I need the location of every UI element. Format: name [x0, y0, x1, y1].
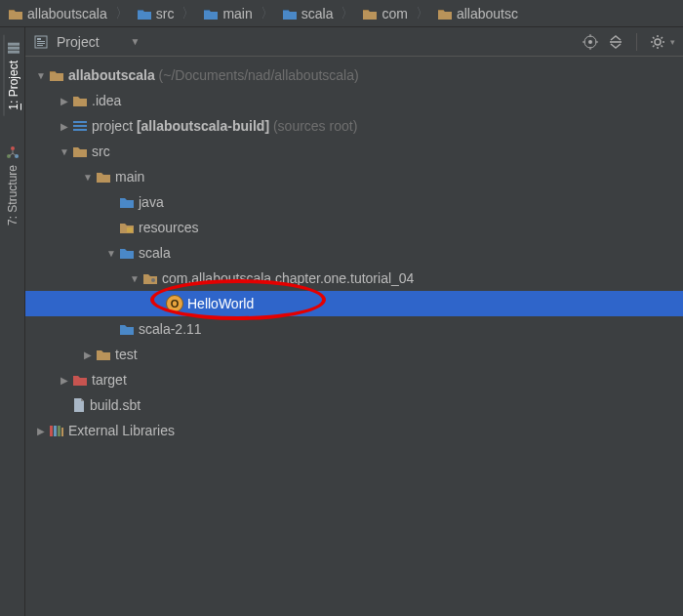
collapse-arrow-icon[interactable]: ▼ [127, 273, 142, 284]
tree-item-scala211[interactable]: ▶ scala-2.11 [25, 316, 683, 342]
tree-item-idea[interactable]: ▶ .idea [25, 88, 683, 113]
svg-rect-8 [37, 41, 45, 42]
tree-item-helloworld[interactable]: ▶ O HelloWorld [25, 291, 683, 316]
gutter-label: 7: Structure [6, 165, 20, 226]
breadcrumb-item[interactable]: src [133, 4, 179, 23]
folder-icon [362, 7, 378, 21]
chevron-down-icon[interactable]: ▼ [131, 36, 141, 47]
svg-rect-20 [50, 426, 53, 436]
collapse-arrow-icon[interactable]: ▼ [57, 146, 72, 157]
chevron-down-icon[interactable]: ▾ [670, 37, 675, 47]
svg-rect-9 [37, 43, 45, 44]
svg-point-14 [655, 39, 661, 45]
chevron-right-icon: 〉 [339, 5, 356, 22]
project-icon [7, 41, 20, 55]
svg-point-19 [151, 278, 155, 282]
tree-label: scala-2.11 [139, 321, 202, 337]
tree-label: java [139, 194, 164, 210]
package-icon [142, 271, 158, 285]
breadcrumb-label: allaboutscala [27, 6, 107, 21]
svg-rect-1 [8, 47, 20, 50]
folder-icon [72, 94, 88, 107]
svg-rect-15 [73, 121, 87, 123]
tree-label: HelloWorld [187, 296, 254, 311]
svg-rect-2 [8, 51, 20, 54]
folder-icon [282, 7, 298, 21]
tree-item-project-module[interactable]: ▶ project [allaboutscala-build] (sources… [25, 113, 683, 139]
tree-item-test[interactable]: ▶ test [25, 342, 683, 367]
tree-label: target [92, 372, 127, 388]
structure-icon [6, 145, 20, 159]
breadcrumb-item[interactable]: allaboutscala [4, 4, 111, 23]
breadcrumb-item[interactable]: allaboutsc [433, 4, 522, 23]
svg-rect-16 [73, 125, 87, 127]
tree-label: build.sbt [90, 397, 141, 413]
collapse-arrow-icon[interactable]: ▼ [33, 70, 49, 81]
breadcrumb-item[interactable]: main [199, 4, 256, 23]
tree-label: .idea [92, 93, 121, 108]
breadcrumb-item[interactable]: com [358, 4, 411, 23]
tree-label: allaboutscala (~/Documents/nad/allabouts… [68, 67, 359, 83]
scala-object-icon: O [166, 295, 183, 312]
gear-icon[interactable] [649, 33, 666, 51]
folder-icon [96, 170, 111, 184]
collapse-all-icon[interactable] [607, 33, 624, 51]
expand-arrow-icon[interactable]: ▶ [80, 349, 96, 360]
expand-arrow-icon[interactable]: ▶ [57, 375, 72, 386]
tree-item-src[interactable]: ▼ src [25, 139, 683, 164]
folder-icon [96, 348, 111, 361]
svg-rect-17 [73, 129, 87, 131]
project-view-icon [33, 34, 49, 50]
svg-point-3 [11, 146, 15, 150]
chevron-right-icon: 〉 [414, 5, 431, 22]
tree-item-java[interactable]: ▶ java [25, 189, 683, 215]
svg-rect-22 [58, 426, 60, 436]
tree-item-main[interactable]: ▼ main [25, 164, 683, 189]
chevron-right-icon: 〉 [113, 5, 131, 22]
tree-item-target[interactable]: ▶ target [25, 367, 683, 392]
tree-label: src [92, 144, 110, 159]
tree-label: main [115, 169, 144, 185]
folder-icon [72, 144, 88, 158]
breadcrumb-item[interactable]: scala [278, 4, 338, 23]
excluded-folder-icon [72, 373, 88, 387]
expand-arrow-icon[interactable]: ▶ [33, 426, 49, 436]
breadcrumb-label: com [382, 6, 407, 21]
folder-icon [437, 7, 453, 21]
tree-root[interactable]: ▼ allaboutscala (~/Documents/nad/allabou… [25, 62, 683, 88]
breadcrumb-label: main [222, 6, 252, 21]
tree-item-resources[interactable]: ▶ resources [25, 215, 683, 240]
folder-icon [49, 68, 64, 82]
chevron-right-icon: 〉 [180, 5, 197, 22]
module-icon [72, 119, 88, 133]
tool-gutter: 1: Project 7: Structure [0, 27, 25, 616]
svg-point-12 [588, 40, 592, 44]
libraries-icon [49, 424, 64, 437]
folder-icon [8, 7, 23, 21]
gutter-label: 1: Project [7, 61, 20, 110]
project-tree[interactable]: ▼ allaboutscala (~/Documents/nad/allabou… [25, 57, 683, 449]
breadcrumb-label: scala [301, 6, 334, 21]
gutter-project-tab[interactable]: 1: Project [3, 35, 22, 116]
locate-icon[interactable] [582, 33, 599, 51]
breadcrumb-label: src [156, 6, 175, 21]
expand-arrow-icon[interactable]: ▶ [57, 96, 72, 106]
svg-rect-0 [8, 43, 20, 46]
source-folder-icon [119, 195, 135, 209]
collapse-arrow-icon[interactable]: ▼ [80, 172, 96, 183]
panel-title[interactable]: Project [57, 34, 100, 50]
collapse-arrow-icon[interactable]: ▼ [103, 248, 119, 259]
tree-label: External Libraries [68, 423, 175, 438]
gutter-structure-tab[interactable]: 7: Structure [4, 140, 21, 231]
tree-item-build-sbt[interactable]: ▶ build.sbt [25, 392, 683, 418]
panel-header: Project ▼ ▾ [25, 27, 683, 57]
breadcrumb: allaboutscala 〉 src 〉 main 〉 scala 〉 com… [0, 0, 683, 27]
tree-item-scala[interactable]: ▼ scala [25, 240, 683, 266]
source-folder-icon [119, 246, 135, 260]
expand-arrow-icon[interactable]: ▶ [57, 121, 72, 132]
tree-label: test [115, 347, 138, 362]
tree-label: scala [139, 245, 171, 261]
svg-rect-10 [37, 45, 43, 46]
tree-external-libraries[interactable]: ▶ External Libraries [25, 418, 683, 443]
tree-item-package[interactable]: ▼ com.allaboutscala.chapter.one.tutorial… [25, 266, 683, 291]
